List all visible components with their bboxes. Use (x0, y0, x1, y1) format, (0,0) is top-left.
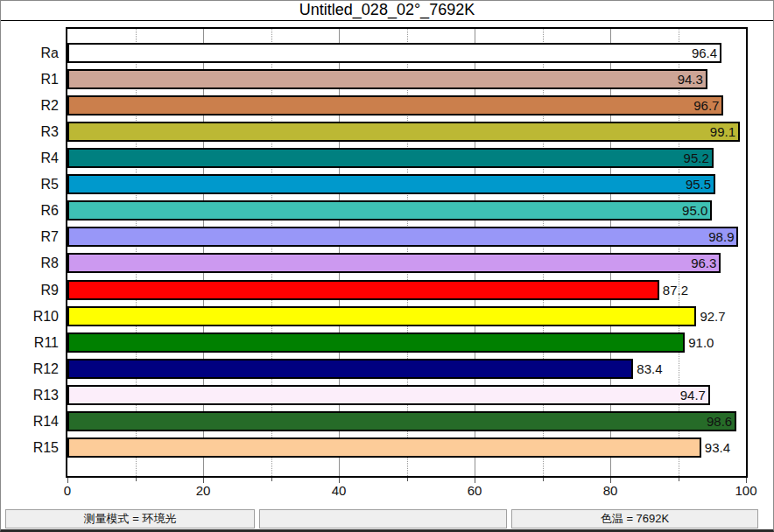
category-label-r15: R15 (1, 438, 59, 458)
category-label-r5: R5 (1, 174, 59, 194)
x-axis-tick (136, 478, 137, 481)
category-label-r4: R4 (1, 148, 59, 168)
bar-r9 (67, 280, 659, 300)
bar-r2 (67, 95, 723, 116)
bar-value-label: 95.0 (682, 200, 707, 220)
bar-row-r14: 98.6 (67, 411, 746, 431)
status-bar: 测量模式 = 环境光 色温 = 7692K (1, 509, 774, 529)
y-axis-labels: RaR1R2R3R4R5R6R7R8R9R10R11R12R13R14R15 (1, 27, 62, 478)
plot-area: 96.494.396.799.195.295.595.098.996.387.2… (66, 27, 748, 478)
x-axis-tick (543, 478, 544, 481)
x-axis-tick (679, 478, 679, 481)
category-label-r14: R14 (1, 411, 59, 431)
bar-row-r13: 94.7 (67, 385, 746, 405)
bar-value-label: 95.5 (686, 174, 711, 194)
category-label-r7: R7 (1, 227, 59, 247)
x-axis-tick-label: 80 (584, 483, 637, 498)
x-axis-tick-label: 40 (313, 483, 365, 498)
status-color-temperature: 色温 = 7692K (511, 509, 758, 528)
category-label-r9: R9 (1, 280, 59, 300)
bar-row-r9: 87.2 (67, 280, 746, 300)
x-axis-tick-label: 60 (448, 483, 501, 498)
bar-value-label: 96.3 (691, 253, 716, 273)
status-empty-panel (259, 509, 507, 528)
x-axis-tick-label: 100 (720, 483, 772, 498)
bar-r15 (67, 438, 701, 458)
bar-r8 (67, 253, 721, 273)
bar-value-label: 94.7 (680, 385, 706, 405)
bar-value-label: 96.4 (692, 43, 717, 63)
x-axis-tick-label: 0 (41, 483, 94, 498)
chart-title: Untitled_028_02°_7692K (1, 1, 773, 21)
bar-value-label: 93.4 (705, 438, 730, 458)
category-label-r13: R13 (1, 385, 59, 405)
bar-r7 (67, 227, 738, 247)
bar-value-label: 83.4 (637, 359, 662, 379)
x-axis-tick (407, 478, 408, 481)
bar-r11 (67, 332, 685, 353)
category-label-r8: R8 (1, 253, 59, 273)
app-window: Untitled_028_02°_7692K 96.494.396.799.19… (0, 0, 774, 532)
bar-r10 (67, 306, 696, 326)
x-axis-tick (271, 478, 272, 481)
bar-row-r15: 93.4 (67, 438, 746, 458)
x-axis-tick-label: 20 (177, 483, 229, 498)
category-label-r2: R2 (1, 95, 59, 116)
bar-r4 (67, 148, 714, 168)
bar-value-label: 92.7 (700, 306, 725, 326)
status-measuring-mode: 测量模式 = 环境光 (5, 509, 255, 528)
bar-r14 (67, 411, 736, 431)
bar-value-label: 96.7 (693, 95, 719, 116)
category-label-r1: R1 (1, 69, 59, 89)
bar-row-r5: 95.5 (67, 174, 746, 194)
bar-row-r2: 96.7 (67, 95, 746, 116)
bar-value-label: 98.9 (708, 227, 734, 247)
category-label-r12: R12 (1, 359, 59, 379)
bar-row-r11: 91.0 (67, 332, 746, 353)
bar-ra (67, 43, 721, 63)
category-label-ra: Ra (1, 43, 59, 63)
bar-row-r12: 83.4 (67, 359, 746, 379)
bar-r12 (67, 359, 633, 379)
bar-row-ra: 96.4 (67, 43, 746, 63)
bar-value-label: 94.3 (678, 69, 703, 89)
bar-r6 (67, 200, 712, 220)
bar-row-r3: 99.1 (67, 122, 746, 142)
bar-value-label: 91.0 (688, 332, 714, 353)
category-label-r11: R11 (1, 332, 59, 353)
bar-r13 (67, 385, 710, 405)
bar-value-label: 99.1 (710, 122, 735, 142)
category-label-r3: R3 (1, 122, 59, 142)
bar-row-r8: 96.3 (67, 253, 746, 273)
bar-row-r4: 95.2 (67, 148, 746, 168)
bar-value-label: 98.6 (707, 411, 732, 431)
bar-value-label: 87.2 (663, 280, 688, 300)
bar-row-r6: 95.0 (67, 200, 746, 220)
bar-r3 (67, 122, 740, 142)
x-axis-tick-labels: 020406080100 (66, 483, 748, 499)
category-label-r6: R6 (1, 200, 59, 220)
bar-row-r7: 98.9 (67, 227, 746, 247)
bar-value-label: 95.2 (684, 148, 709, 168)
bar-row-r10: 92.7 (67, 306, 746, 326)
bar-r5 (67, 174, 715, 194)
bar-row-r1: 94.3 (67, 69, 746, 89)
bar-r1 (67, 69, 707, 89)
category-label-r10: R10 (1, 306, 59, 326)
